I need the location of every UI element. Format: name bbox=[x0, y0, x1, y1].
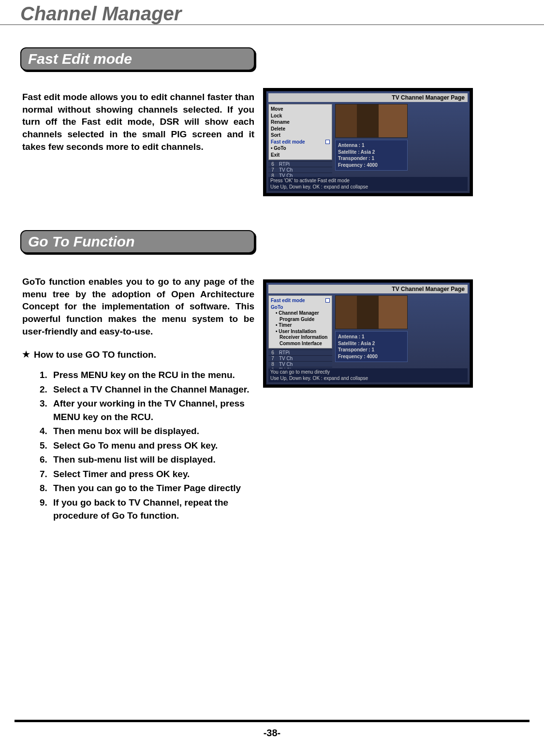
osd-info-panel: Antenna : 1 Satellite : Asia 2 Transpond… bbox=[335, 331, 408, 362]
osd-goto-root[interactable]: GoTo bbox=[271, 304, 330, 311]
fast-edit-description: Fast edit mode allows you to edit channe… bbox=[22, 91, 254, 153]
section-heading-fast-edit-label: Fast Edit mode bbox=[28, 51, 132, 67]
footer-rule bbox=[15, 720, 529, 722]
screenshot-fast-edit: TV Channel Manager Page Move Lock Rename… bbox=[263, 88, 473, 196]
osd-menu-sort[interactable]: Sort bbox=[271, 132, 330, 139]
osd-menu-fast-edit[interactable]: Fast edit mode bbox=[271, 139, 330, 145]
info-frequency: Frequency : 4000 bbox=[338, 353, 405, 360]
list-item: 8.Then you can go to the Timer Page dire… bbox=[40, 481, 254, 495]
osd-menu-lock[interactable]: Lock bbox=[271, 113, 330, 119]
osd-channel-row[interactable]: 6RTPi bbox=[268, 349, 332, 355]
how-to-heading: ★ How to use GO TO function. bbox=[22, 348, 254, 362]
osd-channel-row[interactable]: 7TV Ch bbox=[268, 167, 332, 173]
osd-tree-common-interface[interactable]: Common Interface bbox=[271, 341, 330, 347]
checkbox-icon[interactable] bbox=[325, 298, 330, 303]
list-item: 3.After your working in the TV Channel, … bbox=[40, 397, 254, 423]
page-title: Channel Manager bbox=[15, 3, 529, 24]
osd-tree-timer[interactable]: Timer bbox=[271, 322, 330, 329]
list-item: 2.Select a TV Channel in the Channel Man… bbox=[40, 383, 254, 396]
pig-preview bbox=[335, 104, 408, 138]
osd-menu-delete[interactable]: Delete bbox=[271, 126, 330, 132]
how-to-heading-label: How to use GO TO function. bbox=[34, 348, 156, 362]
info-antenna: Antenna : 1 bbox=[338, 142, 405, 149]
osd-menu-fast-edit-label: Fast edit mode bbox=[271, 139, 305, 145]
osd-hint-line1: Press 'OK' to activate Fast edit mode bbox=[270, 178, 466, 184]
osd-hint-line2: Use Up, Down key. OK : expand and collap… bbox=[270, 376, 466, 382]
section-heading-goto-label: Go To Function bbox=[28, 233, 135, 250]
list-item: 9.If you go back to TV Channel, repeat t… bbox=[40, 496, 254, 523]
osd-tree-user-install[interactable]: User Installation bbox=[271, 329, 330, 335]
info-frequency: Frequency : 4000 bbox=[338, 162, 405, 169]
osd-tree-program-guide[interactable]: Program Guide bbox=[271, 317, 330, 323]
osd-menu-goto[interactable]: GoTo bbox=[271, 145, 330, 152]
pig-preview bbox=[335, 295, 408, 329]
osd-hint-line2: Use Up, Down key. OK : expand and collap… bbox=[270, 184, 466, 190]
list-item: 7.Select Timer and press OK key. bbox=[40, 467, 254, 481]
list-item: 6.Then sub-menu list will be displayed. bbox=[40, 453, 254, 466]
list-item: 5.Select Go To menu and press OK key. bbox=[40, 439, 254, 452]
list-item: 1.Press MENU key on the RCU in the menu. bbox=[40, 368, 254, 382]
osd-hint-line1: You can go to menu directly bbox=[270, 369, 466, 376]
osd-hint: Press 'OK' to activate Fast edit mode Us… bbox=[268, 177, 468, 191]
page-number: -38- bbox=[0, 727, 544, 739]
osd-menu-panel: Move Lock Rename Delete Sort Fast edit m… bbox=[268, 104, 332, 160]
goto-description: GoTo function enables you to go to any p… bbox=[22, 276, 254, 337]
info-antenna: Antenna : 1 bbox=[338, 334, 405, 340]
osd-menu-exit[interactable]: Exit bbox=[271, 152, 330, 159]
star-icon: ★ bbox=[22, 348, 30, 361]
osd-title: TV Channel Manager Page bbox=[268, 285, 468, 293]
info-transponder: Transponder : 1 bbox=[338, 347, 405, 353]
osd-channel-row[interactable]: 8TV Ch bbox=[268, 361, 332, 367]
screenshot-goto: TV Channel Manager Page Fast edit mode G… bbox=[263, 279, 473, 388]
goto-steps-list: 1.Press MENU key on the RCU in the menu.… bbox=[40, 368, 254, 523]
info-satellite: Satellite : Asia 2 bbox=[338, 340, 405, 347]
osd-channel-row[interactable]: 6RTPi bbox=[268, 161, 332, 167]
osd-menu-rename[interactable]: Rename bbox=[271, 119, 330, 126]
info-transponder: Transponder : 1 bbox=[338, 155, 405, 162]
section-heading-fast-edit: Fast Edit mode bbox=[20, 47, 255, 71]
page-header: Channel Manager bbox=[0, 3, 544, 25]
list-item: 4.Then menu box will be displayed. bbox=[40, 424, 254, 438]
osd-fast-edit-row[interactable]: Fast edit mode bbox=[271, 297, 330, 304]
section-heading-goto: Go To Function bbox=[20, 230, 255, 253]
osd-hint: You can go to menu directly Use Up, Down… bbox=[268, 368, 468, 382]
osd-tree-receiver-info[interactable]: Receiver Information bbox=[271, 334, 330, 341]
osd-title: TV Channel Manager Page bbox=[268, 93, 468, 102]
osd-channel-row[interactable]: 7TV Ch bbox=[268, 355, 332, 361]
osd-menu-panel: Fast edit mode GoTo Channel Manager Prog… bbox=[268, 295, 332, 349]
osd-info-panel: Antenna : 1 Satellite : Asia 2 Transpond… bbox=[335, 140, 408, 171]
osd-tree-channel-manager[interactable]: Channel Manager bbox=[271, 310, 330, 317]
info-satellite: Satellite : Asia 2 bbox=[338, 149, 405, 156]
osd-fast-edit-label: Fast edit mode bbox=[271, 297, 305, 304]
osd-menu-move[interactable]: Move bbox=[271, 106, 330, 113]
checkbox-icon[interactable] bbox=[325, 140, 330, 144]
